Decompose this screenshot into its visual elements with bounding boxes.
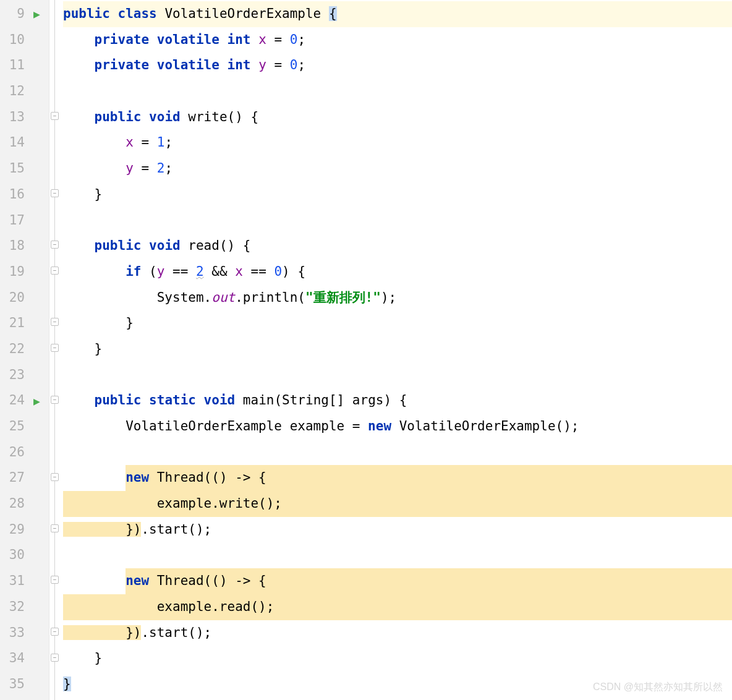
fold-marker[interactable]: −: [51, 628, 59, 636]
line-number: 25: [0, 414, 25, 440]
fold-marker[interactable]: −: [51, 473, 59, 481]
line-number: 22: [0, 336, 25, 362]
code-line[interactable]: example.write();: [63, 491, 732, 517]
line-number: 24: [0, 388, 25, 414]
line-number: 23: [0, 362, 25, 388]
code-line[interactable]: }).start();: [63, 620, 732, 646]
line-number: 21: [0, 310, 25, 336]
code-line[interactable]: }: [63, 336, 732, 362]
line-number: 26: [0, 440, 25, 466]
line-number: 15: [0, 156, 25, 182]
run-icon[interactable]: ▶: [33, 395, 40, 408]
line-number: 30: [0, 542, 25, 568]
fold-marker[interactable]: −: [51, 576, 59, 584]
code-line[interactable]: [63, 79, 732, 105]
line-number: 31: [0, 568, 25, 594]
code-line[interactable]: public void write() {: [63, 105, 732, 130]
line-number: 18: [0, 233, 25, 259]
code-line[interactable]: public class VolatileOrderExample {: [63, 1, 732, 27]
code-line[interactable]: private volatile int y = 0;: [63, 53, 732, 79]
line-number: 12: [0, 79, 25, 105]
line-number: 9: [0, 1, 25, 27]
line-number: 28: [0, 491, 25, 517]
fold-marker[interactable]: −: [51, 318, 59, 326]
line-number: 13: [0, 105, 25, 130]
line-number: 10: [0, 27, 25, 53]
code-editor[interactable]: public class VolatileOrderExample { priv…: [63, 0, 732, 700]
line-number: 29: [0, 517, 25, 543]
fold-marker[interactable]: −: [51, 654, 59, 662]
line-number: 35: [0, 672, 25, 698]
gutter-icon-column: ▶▶: [31, 0, 49, 700]
line-number: 32: [0, 594, 25, 620]
line-number: 27: [0, 465, 25, 491]
fold-marker[interactable]: −: [51, 396, 59, 404]
fold-marker[interactable]: −: [51, 267, 59, 275]
watermark-text: CSDN @知其然亦知其所以然: [593, 681, 723, 694]
line-number: 14: [0, 130, 25, 156]
code-line[interactable]: System.out.println("重新排列!");: [63, 285, 732, 311]
line-number: 34: [0, 646, 25, 672]
fold-column: −−−−−−−−−−−−: [49, 0, 63, 700]
line-number: 33: [0, 620, 25, 646]
line-number-gutter: 9101112131415161718192021222324252627282…: [0, 0, 31, 700]
line-number: 16: [0, 182, 25, 208]
line-number: 20: [0, 285, 25, 311]
code-line[interactable]: [63, 542, 732, 568]
line-number: 17: [0, 208, 25, 234]
code-line[interactable]: y = 2;: [63, 156, 732, 182]
fold-marker[interactable]: −: [51, 524, 59, 532]
fold-marker[interactable]: −: [51, 112, 59, 120]
code-line[interactable]: [63, 208, 732, 234]
code-line[interactable]: example.read();: [63, 594, 732, 620]
code-line[interactable]: private volatile int x = 0;: [63, 27, 732, 53]
code-line[interactable]: public void read() {: [63, 233, 732, 259]
code-line[interactable]: if (y == 2 && x == 0) {: [63, 259, 732, 285]
code-line[interactable]: x = 1;: [63, 130, 732, 156]
code-line[interactable]: [63, 362, 732, 388]
code-line[interactable]: }: [63, 182, 732, 208]
code-line[interactable]: }: [63, 646, 732, 672]
fold-marker[interactable]: −: [51, 344, 59, 352]
fold-marker[interactable]: −: [51, 189, 59, 197]
code-line[interactable]: public static void main(String[] args) {: [63, 388, 732, 414]
code-line[interactable]: }).start();: [63, 517, 732, 543]
code-line[interactable]: [63, 440, 732, 466]
line-number: 11: [0, 53, 25, 79]
line-number: 19: [0, 259, 25, 285]
code-line[interactable]: VolatileOrderExample example = new Volat…: [63, 414, 732, 440]
code-line[interactable]: new Thread(() -> {: [63, 465, 732, 491]
code-line[interactable]: new Thread(() -> {: [63, 568, 732, 594]
run-icon[interactable]: ▶: [33, 7, 40, 20]
code-line[interactable]: }: [63, 310, 732, 336]
fold-marker[interactable]: −: [51, 241, 59, 249]
